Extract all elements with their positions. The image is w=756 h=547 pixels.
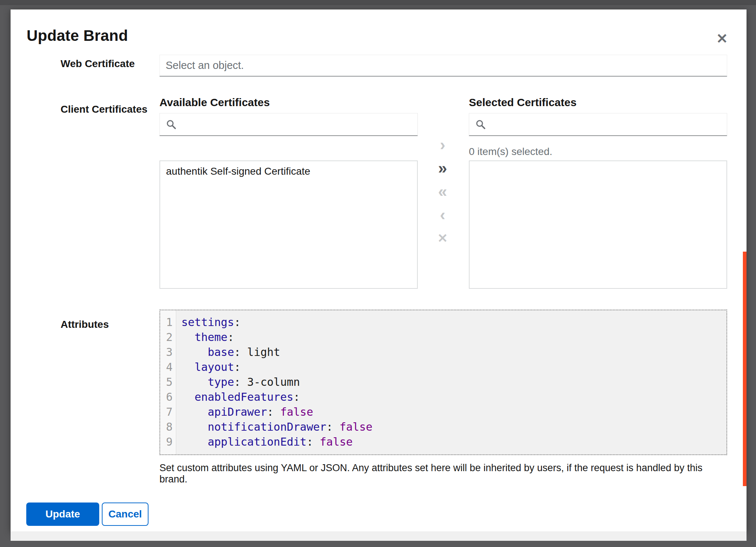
update-button[interactable]: Update — [26, 503, 99, 526]
add-selected-icon[interactable]: › — [429, 137, 456, 152]
line-number: 3 — [160, 345, 176, 360]
line-number: 6 — [160, 389, 176, 404]
close-icon: ✕ — [716, 31, 728, 46]
remove-all-icon[interactable]: « — [429, 184, 456, 199]
line-number: 2 — [160, 330, 176, 345]
selected-search — [469, 113, 727, 136]
available-certificates-heading: Available Certificates — [159, 96, 270, 109]
code-lines: 1 settings: 2 theme: 3 base: light 4 lay… — [160, 315, 726, 449]
clear-selection-icon[interactable]: ✕ — [429, 231, 456, 245]
code-line: 7 apiDrawer: false — [160, 404, 726, 419]
code-line: 5 type: 3-column — [160, 375, 726, 389]
search-icon — [475, 119, 486, 130]
line-number: 4 — [160, 360, 176, 375]
scrollbar-thumb[interactable] — [743, 252, 747, 486]
close-button[interactable]: ✕ — [711, 28, 733, 50]
code-line: 3 base: light — [160, 345, 726, 360]
transfer-controls: › » « ‹ ✕ — [429, 137, 456, 254]
web-certificate-label: Web Certificate — [61, 58, 135, 70]
selected-certificates-heading: Selected Certificates — [469, 96, 576, 109]
client-certificates-label: Client Certificates — [61, 104, 147, 115]
update-brand-modal: Update Brand ✕ Web Certificate Client Ce… — [11, 9, 747, 531]
attributes-code-editor[interactable]: 1 settings: 2 theme: 3 base: light 4 lay… — [159, 310, 727, 455]
page-background-strip — [11, 531, 747, 541]
available-search-input[interactable] — [177, 113, 417, 135]
code-line: 6 enabledFeatures: — [160, 389, 726, 404]
line-number: 8 — [160, 419, 176, 434]
line-number: 1 — [160, 315, 176, 330]
modal-title: Update Brand — [27, 27, 128, 44]
selected-search-input[interactable] — [486, 113, 727, 135]
available-search — [159, 113, 418, 136]
screen: Update Brand ✕ Web Certificate Client Ce… — [0, 0, 756, 547]
line-number: 9 — [160, 434, 176, 449]
selected-count-status: 0 item(s) selected. — [469, 146, 552, 158]
code-line: 8 notificationDrawer: false — [160, 419, 726, 434]
line-number: 7 — [160, 404, 176, 419]
add-all-icon[interactable]: » — [429, 161, 456, 175]
code-line: 1 settings: — [160, 315, 726, 330]
background-header-band — [0, 0, 756, 5]
code-line: 9 applicationEdit: false — [160, 434, 726, 449]
remove-selected-icon[interactable]: ‹ — [429, 207, 456, 222]
code-line: 2 theme: — [160, 330, 726, 345]
selected-certificates-list — [469, 160, 727, 289]
search-icon — [166, 119, 177, 130]
list-item[interactable]: authentik Self-signed Certificate — [160, 161, 417, 182]
line-number: 5 — [160, 375, 176, 389]
web-certificate-select[interactable] — [159, 55, 727, 77]
code-line: 4 layout: — [160, 360, 726, 375]
cancel-button[interactable]: Cancel — [102, 503, 148, 526]
attributes-label: Attributes — [61, 319, 109, 330]
available-certificates-list: authentik Self-signed Certificate — [159, 160, 418, 289]
attributes-help-text: Set custom attributes using YAML or JSON… — [159, 462, 729, 485]
